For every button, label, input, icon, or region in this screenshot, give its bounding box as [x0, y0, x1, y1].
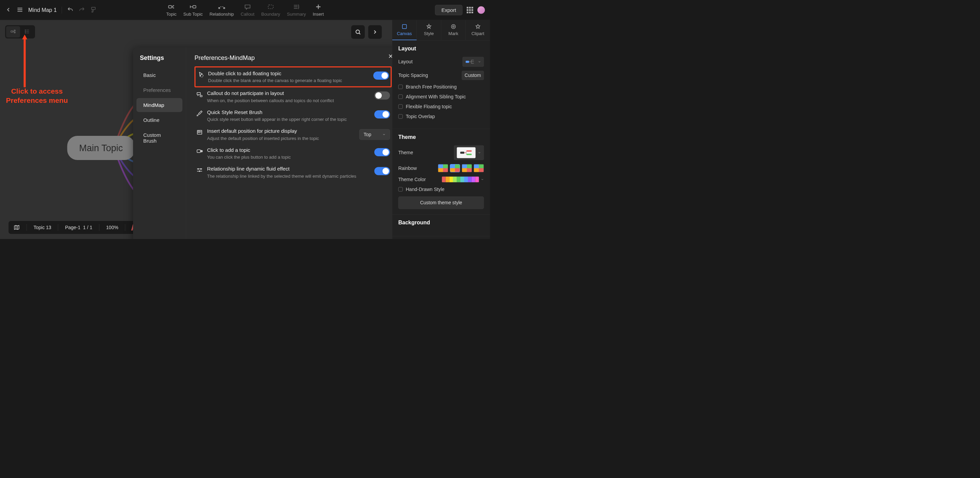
panel-tab-label: Style [424, 31, 434, 37]
settings-nav-basic[interactable]: Basic [137, 68, 182, 82]
toolbar-callout-label: Callout [240, 11, 254, 17]
callout-layout-icon [196, 91, 203, 98]
user-avatar[interactable] [477, 6, 485, 14]
theme-section: Theme Theme Rainbow [392, 129, 490, 215]
pref-desc: Quick style reset button will appear in … [207, 117, 371, 122]
pref-title: Insert default position for picture disp… [207, 128, 356, 134]
format-painter-button[interactable] [90, 6, 97, 14]
svg-rect-5 [192, 5, 196, 8]
brush-icon [196, 110, 203, 117]
panel-tab-label: Mark [449, 31, 458, 37]
check-hand-drawn[interactable]: Hand-Drawn Style [398, 186, 484, 192]
toolbar-relationship[interactable]: Relationship [210, 3, 234, 17]
top-toolbar: Mind Map 1 Topic Sub Topic Relationship … [0, 0, 490, 20]
dropdown-value: Top [364, 132, 372, 137]
undo-button[interactable] [67, 6, 73, 14]
spacing-label: Topic Spacing [398, 73, 428, 78]
dropdown-picture-position[interactable]: Top [360, 129, 390, 140]
section-title: Layout [398, 46, 484, 52]
toolbar-subtopic[interactable]: Sub Topic [183, 3, 203, 17]
right-panel: Canvas Style Mark Clipart Layout Layout [392, 20, 490, 239]
hamburger-menu-icon[interactable] [17, 6, 23, 14]
apps-grid-icon[interactable] [467, 7, 473, 13]
toolbar-summary: Summary [287, 3, 306, 17]
pref-title: Relationship line dynamic fluid effect [207, 166, 371, 172]
svg-rect-37 [197, 150, 200, 153]
settings-content: Preferences-MindMap Double click to add … [186, 47, 392, 239]
canvas-area[interactable]: Main Topic Click to accessPreferences me… [0, 20, 392, 239]
settings-title: Settings [137, 54, 182, 61]
settings-nav-mindmap[interactable]: MindMap [137, 98, 182, 112]
svg-point-43 [200, 169, 202, 170]
svg-line-25 [359, 33, 360, 34]
close-icon[interactable] [388, 53, 392, 60]
chevron-down-icon [478, 60, 481, 63]
annotation-text: Click to accessPreferences menu [6, 86, 68, 105]
pref-title: Callout do not participate in layout [207, 91, 371, 96]
layout-select[interactable] [463, 57, 484, 67]
svg-point-51 [451, 24, 455, 29]
toggle-quick-style[interactable] [374, 110, 390, 118]
toggle-click-add[interactable] [374, 148, 390, 156]
search-button[interactable] [351, 25, 365, 39]
collapse-panel-button[interactable] [368, 25, 382, 39]
theme-select[interactable] [454, 145, 484, 160]
check-topic-overlap[interactable]: Topic Overlap [398, 114, 484, 119]
panel-tab-canvas[interactable]: Canvas [392, 20, 417, 40]
chevron-down-icon[interactable] [481, 178, 484, 181]
toggle-callout-layout[interactable] [374, 92, 390, 100]
settings-content-title: Preferences-MindMap [195, 54, 392, 61]
cursor-icon [197, 71, 204, 78]
rainbow-swatch-1[interactable] [438, 164, 448, 172]
zoom-level[interactable]: 100% [106, 225, 118, 230]
back-button[interactable] [5, 6, 11, 14]
theme-color-strip[interactable] [442, 176, 479, 182]
check-branch-free[interactable]: Branch Free Positioning [398, 84, 484, 89]
panel-tab-clipart[interactable]: Clipart [466, 20, 490, 40]
pref-desc: The relationship line linked by the sele… [207, 174, 371, 179]
toolbar-topic[interactable]: Topic [166, 3, 176, 17]
background-section: Background [392, 215, 490, 236]
svg-rect-32 [200, 95, 202, 97]
svg-rect-59 [460, 152, 465, 154]
spacing-button[interactable]: Custom [462, 71, 484, 80]
page-indicator[interactable]: Page-1 1 / 1 [65, 225, 92, 230]
toolbar-insert[interactable]: Insert [313, 3, 324, 17]
pref-title: Double click to add floating topic [208, 70, 369, 76]
rainbow-swatch-2[interactable] [450, 164, 460, 172]
layout-label: Layout [398, 59, 413, 65]
settings-nav-preferences[interactable]: Preferences [137, 83, 182, 97]
svg-rect-8 [268, 5, 273, 9]
settings-nav-outline[interactable]: Outline [137, 113, 182, 127]
rainbow-label: Rainbow [398, 166, 417, 171]
check-flexible-floating[interactable]: Flexible Floating topic [398, 104, 484, 109]
panel-tab-mark[interactable]: Mark [441, 20, 466, 40]
map-icon[interactable] [14, 225, 20, 231]
toolbar-relationship-label: Relationship [210, 11, 234, 17]
panel-tab-style[interactable]: Style [417, 20, 441, 40]
fluid-effect-icon [196, 167, 203, 174]
section-title: Background [398, 220, 484, 226]
rainbow-swatch-4[interactable] [474, 164, 484, 172]
pref-desc: Adjust the default position of inserted … [207, 136, 356, 141]
toolbar-subtopic-label: Sub Topic [183, 11, 203, 17]
settings-nav-custom-brush[interactable]: Custom Brush [137, 128, 182, 148]
export-button[interactable]: Export [435, 5, 463, 15]
custom-theme-button[interactable]: Custom theme style [398, 196, 484, 209]
doc-title[interactable]: Mind Map 1 [28, 7, 57, 13]
redo-button[interactable] [79, 6, 85, 14]
theme-color-label: Theme Color [398, 177, 426, 182]
check-alignment-sibling[interactable]: Alignment With Sibling Topic [398, 94, 484, 99]
svg-rect-3 [92, 7, 95, 9]
pref-double-click-floating: Double click to add floating topic Doubl… [195, 66, 392, 88]
pref-desc: Double click the blank area of the canva… [208, 78, 369, 83]
pref-click-add-topic: Click to add a topic You can click the p… [195, 144, 392, 163]
pref-desc: You can click the plus button to add a t… [207, 155, 371, 160]
pref-desc: When on, the position between callouts a… [207, 98, 371, 104]
settings-modal: Settings Basic Preferences MindMap Outli… [133, 47, 392, 239]
rainbow-swatch-3[interactable] [462, 164, 472, 172]
pref-picture-position: Insert default position for picture disp… [195, 125, 392, 144]
toggle-fluid-effect[interactable] [374, 167, 390, 175]
toggle-double-click[interactable] [373, 72, 389, 80]
layout-section: Layout Layout Topic Spacing Custom Branc… [392, 40, 490, 129]
